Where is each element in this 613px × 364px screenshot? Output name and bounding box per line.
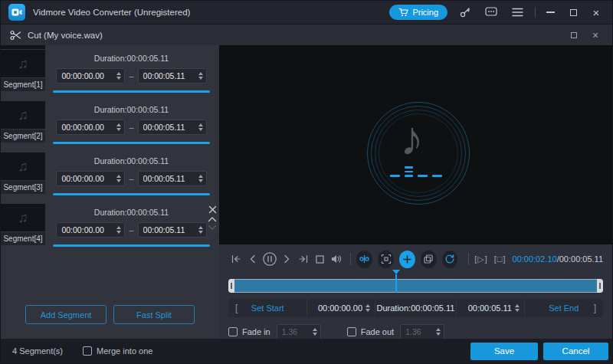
dialog-close-button[interactable]: × [588,28,603,43]
total-time: 00:00:05.11 [559,254,603,264]
move-segment-down-icon[interactable] [208,225,217,231]
fade-in-field[interactable] [277,324,321,339]
segment-end-field[interactable] [138,171,207,186]
trim-start-field[interactable] [306,299,374,317]
segment-end-field[interactable] [138,222,207,238]
set-start-button[interactable]: [ Set Start [228,299,306,317]
music-note-icon: ♫ [18,107,28,123]
fade-in-checkbox[interactable] [228,327,238,336]
close-button[interactable]: × [588,5,605,20]
spinner[interactable] [195,175,206,182]
set-end-button[interactable]: Set End ] [524,299,603,317]
audio-preview: ♪ [219,45,612,244]
segment-range-bar[interactable] [53,90,210,93]
minimize-icon [546,11,555,13]
maximize-button[interactable] [565,5,582,20]
volume-button[interactable] [329,251,345,268]
footer-bar: 4 Segment(s) Merge into one Save Cancel [1,339,612,363]
range-separator: – [129,71,133,80]
scissors-icon [10,30,21,41]
go-to-start-button[interactable] [228,251,244,268]
dialog-title: Cut (My voice.wav) [28,31,103,40]
app-title: Vidmore Video Converter (Unregistered) [33,8,190,17]
trim-end-field[interactable] [456,299,523,317]
split-segment-button[interactable] [356,251,372,268]
spinner[interactable] [310,328,320,336]
timeline-end-handle[interactable] [597,279,603,293]
playhead[interactable] [395,274,397,293]
dialog-maximize-icon [571,32,577,38]
segment-start-field[interactable] [56,120,125,135]
dialog-maximize-button[interactable] [566,28,582,43]
fast-split-button[interactable]: Fast Split [113,305,195,324]
copy-segment-button[interactable] [421,251,437,268]
segment-range-bar[interactable] [53,193,210,195]
spinner[interactable] [113,175,124,182]
preview-panel: ♪ [219,45,612,339]
audio-thumbnail: ♫ [1,50,45,77]
snapshot-frame-button[interactable] [378,251,394,268]
segment-start-field[interactable] [56,171,125,186]
controls-divider [468,253,469,265]
spinner[interactable] [433,328,444,336]
segment-label: Segment[4] [1,232,45,245]
add-segment-quick-button[interactable] [399,251,415,268]
spinner[interactable] [113,226,124,234]
play-segment-button[interactable]: [▷] [474,254,488,264]
app-logo-icon [8,4,25,21]
save-button[interactable]: Save [470,343,538,360]
segment-row-4[interactable]: ♫ Segment[4] Duration:00:00:05.11 – [1,204,219,255]
timeline[interactable] [228,273,603,293]
segment-end-field[interactable] [138,68,207,84]
segment-row-2[interactable]: ♫ Segment[2] Duration:00:00:05.11 – [1,101,219,152]
stop-button[interactable] [312,251,328,268]
segment-count: 4 Segment(s) [12,346,63,356]
spinner[interactable] [362,304,373,312]
maximize-icon [570,9,577,16]
segment-row-3[interactable]: ♫ Segment[3] Duration:00:00:05.11 – [1,152,219,204]
add-segment-button[interactable]: Add Segment [25,305,107,324]
spinner[interactable] [512,304,523,312]
merge-label: Merge into one [97,346,152,356]
register-key-button[interactable] [457,5,474,20]
stop-segment-button[interactable]: [□] [494,254,506,264]
pricing-button[interactable]: Pricing [389,5,447,20]
segment-end-field[interactable] [138,120,207,135]
go-to-end-button[interactable] [295,251,311,268]
feedback-button[interactable] [483,5,500,20]
segment-row-1[interactable]: ♫ Segment[1] Duration:00:00:05.11 – [1,50,219,101]
previous-frame-button[interactable] [245,251,261,268]
titlebar-divider [535,7,536,18]
pause-button[interactable] [262,251,278,268]
segment-start-field[interactable] [56,222,125,238]
delete-segment-icon[interactable] [208,205,217,214]
segment-start-field[interactable] [56,68,125,84]
cut-dialog-header: Cut (My voice.wav) × [1,24,612,45]
spinner[interactable] [113,72,124,80]
fade-out-field[interactable] [400,324,444,339]
menu-button[interactable] [509,5,526,20]
equalizer-icon [390,166,442,177]
timeline-start-handle[interactable] [228,279,234,293]
timeline-selection[interactable] [228,279,603,293]
start-bracket: [ [235,303,238,313]
merge-checkbox[interactable] [83,346,92,356]
spinner[interactable] [195,72,206,80]
segment-duration: Duration:00:00:05.11 [53,156,210,166]
controls-divider [350,253,351,265]
move-segment-up-icon[interactable] [208,216,217,222]
spinner[interactable] [113,123,124,131]
spinner[interactable] [195,226,206,234]
next-frame-button[interactable] [278,251,294,268]
segment-duration: Duration:00:00:05.11 [53,54,210,63]
minimize-button[interactable] [542,5,559,20]
cancel-button[interactable]: Cancel [543,343,608,360]
fade-out-checkbox[interactable] [347,327,356,336]
segment-range-bar[interactable] [53,244,210,247]
playhead-marker-icon[interactable] [392,270,400,274]
cart-icon [398,8,408,17]
spinner[interactable] [195,123,206,131]
segment-range-bar[interactable] [53,142,210,144]
segment-duration: Duration:00:00:05.11 [53,208,210,217]
reset-button[interactable] [442,251,458,268]
